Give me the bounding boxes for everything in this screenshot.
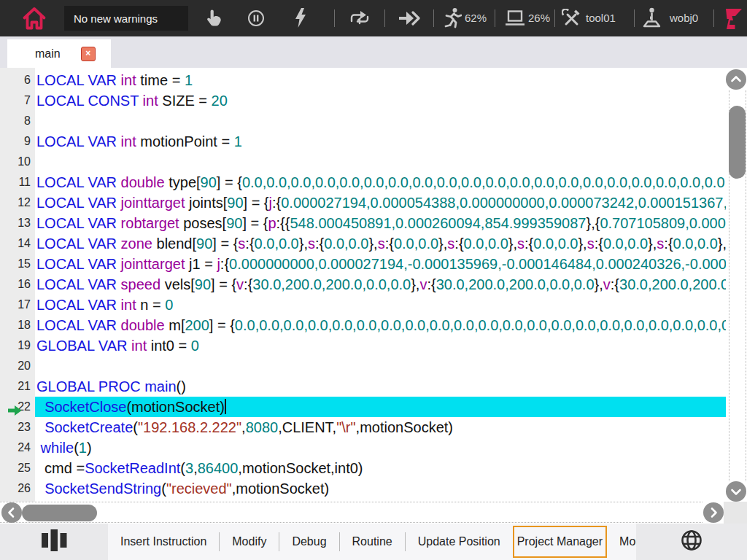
code-text[interactable]: LOCAL VAR robtarget poses[90] = {p:{{548… xyxy=(35,213,726,233)
vertical-scrollbar-thumb[interactable] xyxy=(729,106,746,179)
code-line-8[interactable]: 8 xyxy=(0,111,747,131)
line-number: 15 xyxy=(0,254,35,274)
line-number: 12 xyxy=(0,192,35,213)
toolbar-buttons: Insert InstructionModifyDebugRoutineUpda… xyxy=(108,524,636,560)
toolbar-button-insert-instruction[interactable]: Insert Instruction xyxy=(108,524,219,560)
code-line-13[interactable]: 13LOCAL VAR robtarget poses[90] = {p:{{5… xyxy=(0,213,747,233)
code-line-6[interactable]: 6LOCAL VAR int time = 1 xyxy=(0,70,747,90)
code-line-9[interactable]: 9LOCAL VAR int motionPoint = 1 xyxy=(0,131,747,152)
laptop-icon[interactable] xyxy=(504,10,526,29)
code-editor[interactable]: 6LOCAL VAR int time = 17LOCAL CONST int … xyxy=(0,68,747,502)
scroll-right-button[interactable] xyxy=(703,502,724,523)
code-text[interactable] xyxy=(35,152,726,172)
code-line-23[interactable]: 23 SocketCreate("192.168.2.222",8080,CLI… xyxy=(0,417,747,438)
toolbar-left-section xyxy=(0,524,108,560)
code-line-22[interactable]: 22 SocketClose(motionSocket) xyxy=(0,397,747,417)
repeat-once-icon[interactable] xyxy=(349,11,371,28)
line-number: 24 xyxy=(0,438,35,458)
tab-main[interactable]: main xyxy=(7,39,111,68)
brand-logo-icon xyxy=(723,5,743,34)
code-line-19[interactable]: 19GLOBAL VAR int int0 = 0 xyxy=(0,335,747,356)
pause-circle-icon[interactable] xyxy=(247,9,265,30)
tool-value[interactable]: tool01 xyxy=(586,12,616,24)
code-text[interactable]: GLOBAL PROC main() xyxy=(35,376,726,397)
top-status-bar: No new warnings 62% 26% tool01 wobj0 xyxy=(0,0,747,36)
scroll-left-button[interactable] xyxy=(1,502,22,523)
code-text[interactable]: LOCAL VAR int time = 1 xyxy=(35,70,726,90)
tab-main-label: main xyxy=(35,47,61,61)
code-text[interactable]: LOCAL VAR double type[90] = {0.0,0.0,0.0… xyxy=(35,172,726,192)
code-text[interactable]: LOCAL VAR jointtarget j1 = j:{0.00000000… xyxy=(35,254,726,274)
runner-icon[interactable] xyxy=(443,7,462,31)
code-text[interactable]: while(1) xyxy=(35,438,726,458)
scroll-up-button[interactable] xyxy=(726,69,746,90)
code-text[interactable]: cmd =SocketReadInt(3,86400,motionSocket,… xyxy=(35,458,726,478)
code-line-7[interactable]: 7LOCAL CONST int SIZE = 20 xyxy=(0,90,747,111)
chevron-left-icon xyxy=(6,507,18,518)
code-line-14[interactable]: 14LOCAL VAR zone blend[90] = {s:{0.0,0.0… xyxy=(0,233,747,254)
line-number: 23 xyxy=(0,417,35,438)
code-text[interactable]: LOCAL CONST int SIZE = 20 xyxy=(35,90,726,111)
step-forward-icon[interactable] xyxy=(398,11,422,28)
code-line-11[interactable]: 11LOCAL VAR double type[90] = {0.0,0.0,0… xyxy=(0,172,747,192)
code-text[interactable]: SocketCreate("192.168.2.222",8080,CLIENT… xyxy=(35,417,726,438)
menu-bars-icon[interactable] xyxy=(41,529,67,555)
code-line-26[interactable]: 26 SocketSendString("recieved",motionSoc… xyxy=(0,478,747,499)
text-cursor xyxy=(225,399,226,414)
home-icon[interactable] xyxy=(19,4,50,36)
code-line-10[interactable]: 10 xyxy=(0,152,747,172)
chevron-up-icon xyxy=(730,74,742,85)
code-line-21[interactable]: 21GLOBAL PROC main() xyxy=(0,376,747,397)
code-text[interactable]: SocketClose(motionSocket) xyxy=(35,397,726,417)
code-text[interactable] xyxy=(35,111,726,131)
divider xyxy=(384,9,385,27)
toolbar-button-routine[interactable]: Routine xyxy=(340,524,405,560)
code-line-15[interactable]: 15LOCAL VAR jointtarget j1 = j:{0.000000… xyxy=(0,254,747,274)
code-text[interactable]: LOCAL VAR zone blend[90] = {s:{0.0,0.0},… xyxy=(35,233,726,254)
code-line-20[interactable]: 20 xyxy=(0,356,747,376)
line-number: 7 xyxy=(0,90,35,111)
tab-bar: main xyxy=(0,36,747,68)
divider xyxy=(433,9,434,27)
toolbar-button-update-position[interactable]: Update Position xyxy=(406,524,513,560)
scroll-down-button[interactable] xyxy=(726,481,746,502)
tab-close-icon[interactable] xyxy=(81,47,96,61)
horizontal-scrollbar-thumb[interactable] xyxy=(22,505,97,521)
line-number: 20 xyxy=(0,356,35,376)
lightning-icon[interactable] xyxy=(294,8,307,31)
line-number: 21 xyxy=(0,376,35,397)
line-number: 9 xyxy=(0,131,35,152)
divider xyxy=(713,9,714,27)
code-text[interactable]: SocketSendString("recieved",motionSocket… xyxy=(35,478,726,499)
code-text[interactable]: LOCAL VAR speed vels[90] = {v:{30.0,200.… xyxy=(35,274,726,295)
code-text[interactable]: LOCAL VAR jointtarget joints[90] = {j:{0… xyxy=(35,192,726,213)
code-line-12[interactable]: 12LOCAL VAR jointtarget joints[90] = {j:… xyxy=(0,192,747,213)
code-text[interactable] xyxy=(35,356,726,376)
line-number: 17 xyxy=(0,295,35,315)
toolbar-button-modify[interactable]: Modify xyxy=(220,524,279,560)
code-line-16[interactable]: 16LOCAL VAR speed vels[90] = {v:{30.0,20… xyxy=(0,274,747,295)
horizontal-scrollbar-track[interactable] xyxy=(0,502,703,523)
divider xyxy=(495,9,495,27)
joystick-icon[interactable] xyxy=(641,7,662,32)
code-line-17[interactable]: 17LOCAL VAR int n = 0 xyxy=(0,295,747,315)
hand-pointer-icon[interactable] xyxy=(204,9,222,31)
divider xyxy=(634,9,635,27)
tools-icon[interactable] xyxy=(562,9,581,31)
code-text[interactable]: LOCAL VAR int motionPoint = 1 xyxy=(35,131,726,152)
code-text[interactable]: LOCAL VAR int n = 0 xyxy=(35,295,726,315)
globe-icon[interactable] xyxy=(679,528,704,556)
code-text[interactable]: LOCAL VAR double m[200] = {0.0,0.0,0.0,0… xyxy=(35,315,726,335)
screen-value[interactable]: 26% xyxy=(528,12,550,24)
warning-status-box[interactable]: No new warnings xyxy=(64,6,188,31)
toolbar-button-debug[interactable]: Debug xyxy=(279,524,338,560)
divider xyxy=(554,9,555,27)
code-line-18[interactable]: 18LOCAL VAR double m[200] = {0.0,0.0,0.0… xyxy=(0,315,747,335)
code-line-25[interactable]: 25 cmd =SocketReadInt(3,86400,motionSock… xyxy=(0,458,747,478)
toolbar-button-project-manager[interactable]: Project Manager xyxy=(513,526,607,558)
warning-text: No new warnings xyxy=(74,12,158,25)
wobj-value[interactable]: wobj0 xyxy=(670,12,698,24)
code-line-24[interactable]: 24 while(1) xyxy=(0,438,747,458)
code-text[interactable]: GLOBAL VAR int int0 = 0 xyxy=(35,335,726,356)
speed-value[interactable]: 62% xyxy=(465,12,487,24)
